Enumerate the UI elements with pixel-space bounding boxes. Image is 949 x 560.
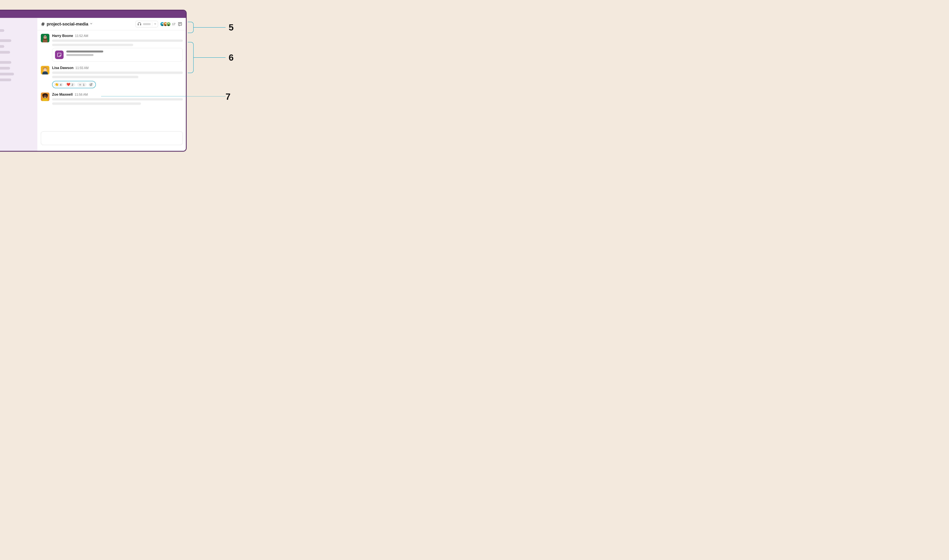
member-count: 17 (172, 22, 175, 26)
note-icon (55, 51, 63, 59)
annotation-connector (194, 27, 226, 28)
sidebar-skeleton (0, 51, 10, 54)
sidebar-skeleton (0, 61, 11, 64)
app-body: project-social-media (0, 18, 186, 151)
channel-header: project-social-media (37, 18, 186, 30)
svg-rect-17 (43, 38, 47, 40)
reactions-row: 👏 4 ❤️ 2 ＋ 1 (52, 81, 96, 88)
message-author[interactable]: Lisa Dawson (52, 66, 74, 70)
channel-name-button[interactable]: project-social-media (41, 22, 92, 27)
sidebar-skeleton (0, 73, 14, 75)
member-count-button[interactable]: 17 (160, 22, 175, 26)
svg-point-11 (168, 23, 169, 24)
plus-icon: ＋ (78, 83, 82, 86)
canvas-button[interactable] (177, 22, 183, 27)
svg-point-24 (90, 83, 92, 86)
attachment-card[interactable] (52, 48, 183, 62)
avatar[interactable] (41, 66, 49, 74)
sidebar-skeleton (0, 67, 10, 69)
svg-point-16 (43, 35, 47, 39)
reaction-count: 2 (72, 83, 73, 86)
sidebar-skeleton (0, 29, 4, 32)
text-skeleton (52, 76, 138, 78)
attachment-title-skeleton (66, 51, 103, 52)
sidebar-skeleton (0, 78, 11, 81)
message-composer[interactable] (41, 131, 183, 145)
svg-point-5 (162, 23, 163, 24)
svg-point-23 (43, 68, 47, 71)
message-timestamp[interactable]: 11:52 AM (75, 34, 88, 38)
text-skeleton (52, 40, 183, 42)
avatar[interactable] (41, 92, 49, 101)
channel-name: project-social-media (47, 22, 88, 27)
svg-line-3 (43, 22, 44, 26)
text-skeleton (52, 44, 133, 46)
hash-icon (41, 22, 45, 26)
headphones-icon (137, 22, 142, 26)
message-author[interactable]: Harry Boone (52, 34, 73, 38)
annotation-label: 7 (226, 91, 231, 102)
avatar[interactable] (41, 34, 49, 42)
heart-emoji-icon: ❤️ (66, 83, 71, 86)
message[interactable]: Lisa Dawson 11:55 AM 👏 4 (41, 66, 183, 88)
illustration-stage: project-social-media (0, 0, 295, 163)
add-reaction-button[interactable] (88, 82, 94, 87)
annotation-label: 6 (229, 52, 234, 63)
window-title-bar (0, 11, 186, 18)
attachment-subtitle-skeleton (66, 54, 94, 56)
reaction-count: 1 (83, 83, 85, 86)
svg-line-2 (42, 22, 43, 26)
annotation-connector (194, 57, 226, 58)
annotation-label: 5 (229, 22, 234, 33)
text-skeleton (52, 72, 183, 74)
reaction-count: 4 (60, 83, 62, 86)
clap-emoji-icon: 👏 (55, 83, 59, 86)
annotation-brace (188, 22, 194, 33)
huddle-button[interactable] (135, 21, 158, 28)
chevron-down-icon (90, 22, 92, 26)
sidebar (0, 18, 37, 151)
message-author[interactable]: Zoe Maxwell (52, 92, 73, 97)
message[interactable]: Zoe Maxwell 11:56 AM (41, 92, 183, 107)
message-list: Harry Boone 11:52 AM (37, 30, 186, 131)
member-avatars (160, 22, 171, 26)
channel-content: project-social-media (37, 18, 186, 151)
svg-rect-12 (168, 24, 170, 26)
text-skeleton (52, 102, 141, 105)
reaction-pill[interactable]: ＋ 1 (77, 82, 86, 87)
text-skeleton (52, 98, 183, 100)
message[interactable]: Harry Boone 11:52 AM (41, 34, 183, 62)
sidebar-skeleton (0, 39, 11, 42)
svg-point-8 (165, 23, 166, 24)
chevron-down-icon (154, 22, 156, 26)
message-timestamp[interactable]: 11:55 AM (75, 66, 89, 70)
avatar (166, 22, 171, 26)
annotation-brace (188, 42, 194, 73)
reaction-pill[interactable]: 👏 4 (54, 83, 63, 87)
sidebar-skeleton (0, 45, 4, 48)
slack-window: project-social-media (0, 10, 187, 152)
huddle-skeleton (143, 23, 151, 25)
reaction-pill[interactable]: ❤️ 2 (65, 83, 75, 87)
message-timestamp[interactable]: 11:56 AM (75, 93, 88, 96)
